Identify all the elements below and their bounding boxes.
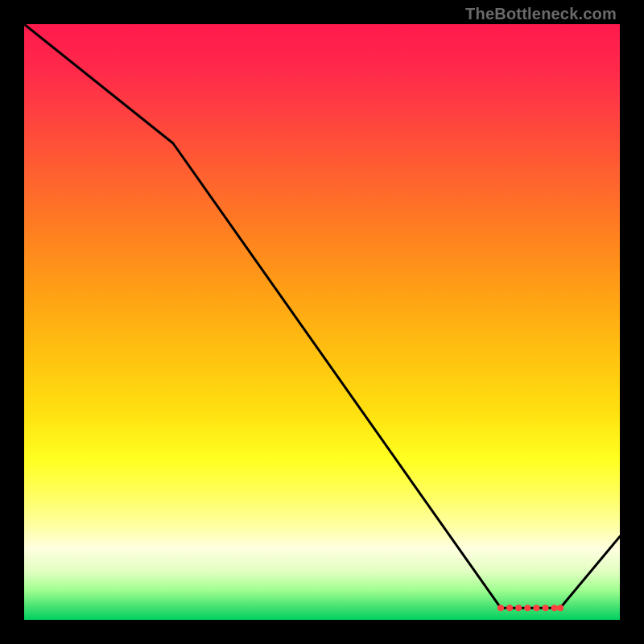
chart-container: TheBottleneck.com — [0, 0, 644, 644]
watermark-text: TheBottleneck.com — [465, 5, 617, 23]
plot-gradient-area — [24, 24, 620, 620]
